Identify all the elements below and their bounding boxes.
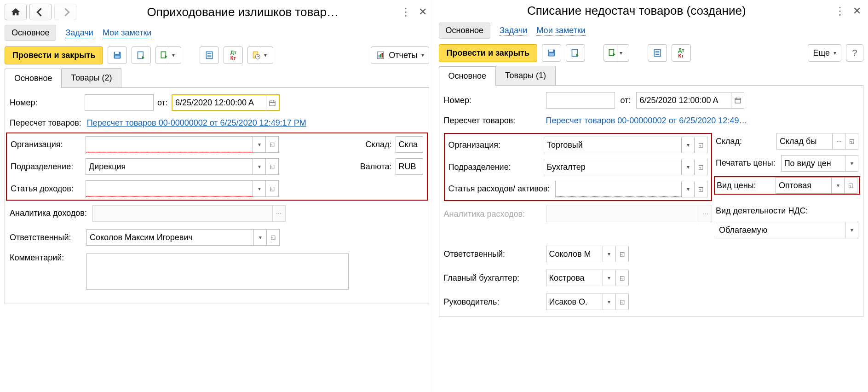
save-button[interactable] [108, 46, 127, 64]
chevron-down-icon[interactable]: ▾ [253, 137, 265, 152]
org-label: Организация: [448, 140, 538, 150]
chevron-down-icon: ▾ [261, 47, 269, 63]
date-input[interactable]: 6/25/2020 12:00:00 A [636, 92, 744, 109]
chevron-down-icon[interactable]: ▾ [681, 137, 694, 153]
svg-rect-11 [382, 53, 383, 58]
save-button[interactable] [542, 44, 561, 62]
org-input[interactable]: ▾ ◱ [86, 136, 279, 153]
accountant-input[interactable]: Кострова ▾ ◱ [546, 270, 629, 286]
section-tasks[interactable]: Задачи [500, 26, 527, 36]
svg-rect-14 [549, 50, 553, 52]
dtkt-button[interactable]: ДтКт [224, 46, 243, 64]
open-icon[interactable]: ◱ [615, 270, 628, 286]
section-main[interactable]: Основное [439, 23, 490, 39]
chevron-down-icon: ▾ [617, 45, 625, 61]
recount-link[interactable]: Пересчет товаров 00-00000002 от 6/25/202… [87, 118, 306, 128]
responsible-input[interactable]: Соколов Максим Игоревич ▾ ◱ [86, 229, 280, 246]
dept-input[interactable]: Дирекция ▾ ◱ [86, 158, 279, 175]
home-button[interactable] [5, 4, 27, 20]
svg-rect-10 [380, 54, 381, 58]
warehouse-label: Склад: [365, 140, 391, 150]
tab-goods[interactable]: Товары (2) [61, 68, 121, 87]
list-button[interactable] [200, 46, 219, 64]
reports-button[interactable]: Отчеты▾ [371, 46, 429, 64]
tab-main[interactable]: Основное [439, 66, 496, 86]
back-button[interactable] [29, 4, 52, 20]
more-menu-icon[interactable]: ⋮ [834, 6, 845, 17]
chevron-down-icon[interactable]: ▾ [603, 270, 615, 286]
chevron-down-icon[interactable]: ▾ [253, 159, 265, 174]
doc-icon [160, 51, 169, 60]
chevron-down-icon[interactable]: ▾ [831, 178, 844, 193]
number-input[interactable] [546, 92, 615, 109]
income-input[interactable]: ▾ ◱ [86, 180, 279, 197]
number-input[interactable] [85, 94, 154, 111]
number-label: Номер: [10, 98, 81, 108]
section-notes[interactable]: Мои заметки [103, 28, 152, 38]
open-icon[interactable]: ◱ [265, 181, 278, 196]
calendar-icon[interactable] [731, 92, 744, 108]
close-icon[interactable]: ✕ [419, 7, 427, 17]
post-close-button[interactable]: Провести и закрыть [5, 46, 103, 64]
expense-input[interactable]: ▾ ◱ [555, 181, 707, 197]
analytics-label: Аналитика расходов: [444, 209, 540, 219]
open-icon[interactable]: ◱ [266, 230, 279, 245]
chevron-down-icon[interactable]: ▾ [603, 294, 615, 310]
dept-input[interactable]: Бухгалтер ▾ ◱ [544, 159, 708, 175]
currency-input[interactable]: RUB [396, 158, 423, 175]
date-input[interactable]: 6/25/2020 12:00:00 A [172, 94, 280, 111]
post-button[interactable] [566, 44, 585, 62]
tab-main[interactable]: Основное [5, 69, 62, 88]
open-icon[interactable]: ◱ [844, 178, 857, 193]
chevron-down-icon[interactable]: ▾ [681, 159, 694, 175]
open-icon[interactable]: ◱ [694, 181, 707, 197]
more-button[interactable]: Еще▾ [808, 44, 841, 62]
create-based-on-button[interactable]: ▾ [155, 46, 181, 64]
chevron-down-icon[interactable]: ▾ [845, 222, 858, 238]
from-label: от: [621, 96, 631, 105]
dtkt-button[interactable]: ДтКт [672, 44, 691, 62]
comment-input[interactable] [86, 253, 349, 290]
chevron-down-icon[interactable]: ▾ [845, 156, 858, 171]
section-main[interactable]: Основное [5, 25, 56, 41]
org-input[interactable]: Торговый ▾ ◱ [544, 137, 708, 153]
post-close-button[interactable]: Провести и закрыть [439, 44, 537, 62]
tab-goods[interactable]: Товары (1) [495, 66, 556, 85]
warehouse-input[interactable]: Скла [396, 136, 423, 153]
section-tasks[interactable]: Задачи [65, 28, 93, 38]
open-icon[interactable]: ◱ [265, 137, 278, 152]
chevron-down-icon[interactable]: ▾ [253, 181, 265, 196]
ellipsis-icon: ⋯ [699, 206, 712, 222]
section-notes[interactable]: Мои заметки [536, 26, 586, 36]
chevron-down-icon[interactable]: ▾ [603, 246, 615, 262]
price-type-input[interactable]: Оптовая ▾ ◱ [776, 177, 857, 194]
open-icon[interactable]: ◱ [265, 159, 278, 174]
open-icon[interactable]: ◱ [694, 159, 707, 175]
close-icon[interactable]: ✕ [853, 6, 861, 16]
expense-label: Статья расходов/ активов: [448, 184, 550, 194]
open-icon[interactable]: ◱ [845, 133, 858, 149]
open-icon[interactable]: ◱ [615, 246, 628, 262]
responsible-input[interactable]: Соколов М ▾ ◱ [546, 246, 629, 262]
post-button[interactable] [132, 46, 151, 64]
ellipsis-icon[interactable]: ⋯ [832, 133, 845, 149]
vat-mode-input[interactable]: Облагаемую ▾ [716, 222, 858, 238]
more-menu-icon[interactable]: ⋮ [400, 6, 411, 17]
help-button[interactable]: ? [846, 44, 863, 62]
from-label: от: [157, 98, 168, 108]
forward-button[interactable] [54, 4, 76, 20]
list-button[interactable] [648, 44, 667, 62]
history-button[interactable]: ▾ [247, 46, 273, 64]
warehouse-input[interactable]: Склад бы ⋯ ◱ [776, 133, 858, 150]
reports-label: Отчеты [389, 51, 417, 60]
director-input[interactable]: Исаков О. ▾ ◱ [546, 294, 629, 310]
open-icon[interactable]: ◱ [694, 137, 707, 153]
create-based-on-button[interactable]: ▾ [604, 44, 629, 62]
recount-link[interactable]: Пересчет товаров 00-00000002 от 6/25/202… [546, 116, 859, 126]
print-prices-input[interactable]: По виду цен ▾ [781, 155, 858, 172]
chevron-down-icon[interactable]: ▾ [253, 230, 266, 245]
open-icon[interactable]: ◱ [615, 294, 628, 310]
calendar-icon[interactable] [266, 95, 279, 111]
chevron-down-icon[interactable]: ▾ [681, 181, 694, 197]
page-title: Списание недостач товаров (создание) [439, 4, 835, 18]
